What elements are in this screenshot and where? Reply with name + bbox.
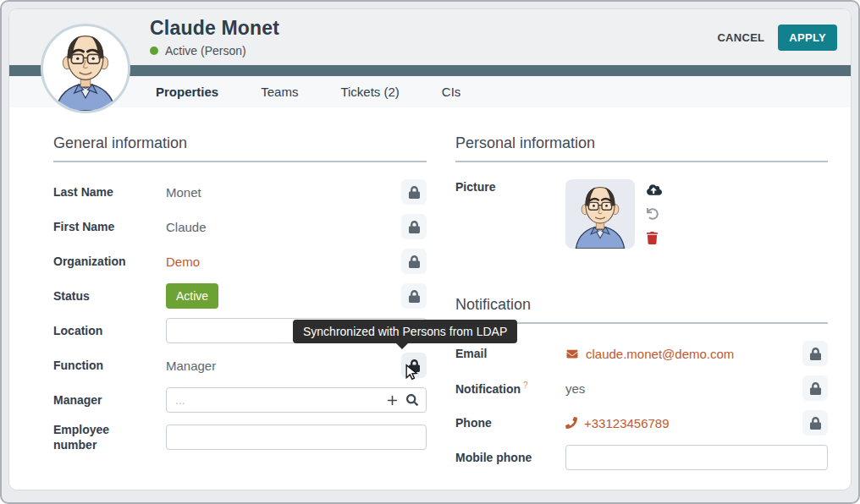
organization-link[interactable]: Demo bbox=[166, 255, 200, 269]
last-name-label: Last Name bbox=[53, 184, 166, 200]
personal-information-section: Personal information Picture bbox=[455, 134, 828, 249]
field-row-function: Function Manager bbox=[53, 353, 427, 378]
field-row-mobile-phone: Mobile phone bbox=[455, 445, 828, 470]
envelope-icon bbox=[565, 348, 579, 359]
status-dot-icon bbox=[150, 47, 158, 55]
mobile-phone-input[interactable] bbox=[565, 445, 828, 470]
field-row-first-name: First Name Claude bbox=[53, 214, 427, 239]
app-window: Claude Monet Active (Person) CANCEL APPL… bbox=[0, 0, 860, 504]
organization-label: Organization bbox=[53, 254, 166, 269]
field-row-organization: Organization Demo bbox=[53, 249, 427, 274]
field-row-picture: Picture bbox=[455, 179, 828, 249]
field-row-notification: Notification? yes bbox=[455, 375, 828, 401]
lock-icon[interactable] bbox=[802, 341, 828, 366]
first-name-label: First Name bbox=[53, 219, 166, 234]
field-row-phone: Phone +33123456789 bbox=[455, 410, 828, 436]
properties-panel: General information Last Name Monet Firs… bbox=[9, 107, 851, 479]
help-icon[interactable]: ? bbox=[523, 381, 528, 390]
trash-icon[interactable] bbox=[647, 232, 662, 244]
employee-number-input[interactable] bbox=[166, 425, 427, 450]
lock-icon[interactable] bbox=[802, 410, 828, 436]
field-row-status: Status Active bbox=[53, 283, 427, 309]
lock-tooltip: Synchronized with Persons from LDAP bbox=[293, 320, 517, 343]
general-information-section: General information Last Name Monet Firs… bbox=[53, 134, 427, 479]
phone-label: Phone bbox=[455, 415, 565, 430]
undo-icon[interactable] bbox=[647, 208, 662, 220]
mobile-phone-label: Mobile phone bbox=[455, 450, 565, 465]
field-row-email: Email claude.monet@demo.com bbox=[455, 341, 828, 366]
tab-properties[interactable]: Properties bbox=[156, 85, 218, 99]
lock-icon[interactable] bbox=[802, 375, 828, 401]
toolbar-divider-bar bbox=[9, 65, 851, 76]
lock-icon[interactable] bbox=[401, 283, 427, 309]
person-detail-card: Claude Monet Active (Person) CANCEL APPL… bbox=[8, 8, 852, 490]
object-header: Claude Monet Active (Person) CANCEL APPL… bbox=[9, 9, 851, 65]
notification-value: yes bbox=[565, 381, 585, 396]
object-status-line: Active (Person) bbox=[150, 44, 279, 58]
field-row-employee-number: Employee number bbox=[53, 422, 427, 452]
tab-teams[interactable]: Teams bbox=[261, 85, 298, 99]
location-label: Location bbox=[53, 323, 166, 338]
search-icon[interactable] bbox=[406, 394, 418, 406]
function-value: Manager bbox=[166, 359, 216, 373]
lock-icon[interactable] bbox=[401, 249, 427, 274]
header-avatar bbox=[41, 24, 130, 113]
plus-icon[interactable] bbox=[387, 395, 398, 406]
header-actions: CANCEL APPLY bbox=[717, 25, 837, 51]
page-title: Claude Monet bbox=[150, 17, 279, 40]
phone-icon bbox=[565, 417, 577, 429]
tab-cis[interactable]: CIs bbox=[442, 85, 461, 99]
email-label: Email bbox=[455, 346, 565, 361]
status-badge: Active bbox=[166, 283, 218, 309]
manager-label: Manager bbox=[53, 392, 166, 408]
function-label: Function bbox=[53, 358, 166, 373]
cloud-upload-icon[interactable] bbox=[647, 184, 662, 196]
object-status: Active (Person) bbox=[165, 44, 246, 58]
cancel-button[interactable]: CANCEL bbox=[717, 31, 764, 44]
last-name-value: Monet bbox=[166, 185, 201, 200]
picture-actions bbox=[647, 179, 662, 244]
notification-label: Notification? bbox=[455, 380, 565, 397]
field-row-manager: Manager bbox=[53, 387, 427, 413]
first-name-value: Claude bbox=[166, 220, 207, 234]
tab-tickets[interactable]: Tickets (2) bbox=[340, 85, 399, 99]
apply-button[interactable]: APPLY bbox=[778, 25, 837, 51]
right-column: Personal information Picture bbox=[455, 134, 828, 479]
status-label: Status bbox=[53, 288, 166, 304]
employee-number-label: Employee number bbox=[53, 422, 155, 452]
header-text: Claude Monet Active (Person) bbox=[150, 17, 279, 58]
cursor-icon bbox=[403, 364, 420, 384]
section-heading-personal: Personal information bbox=[455, 134, 828, 162]
phone-link[interactable]: +33123456789 bbox=[584, 416, 670, 430]
section-heading-general: General information bbox=[53, 134, 427, 162]
profile-picture bbox=[565, 179, 635, 249]
field-row-last-name: Last Name Monet bbox=[53, 179, 427, 205]
lock-icon[interactable] bbox=[401, 214, 427, 239]
picture-label: Picture bbox=[455, 179, 565, 194]
lock-icon[interactable] bbox=[401, 179, 427, 205]
email-link[interactable]: claude.monet@demo.com bbox=[586, 347, 734, 361]
tab-bar: Properties Teams Tickets (2) CIs bbox=[9, 76, 851, 107]
